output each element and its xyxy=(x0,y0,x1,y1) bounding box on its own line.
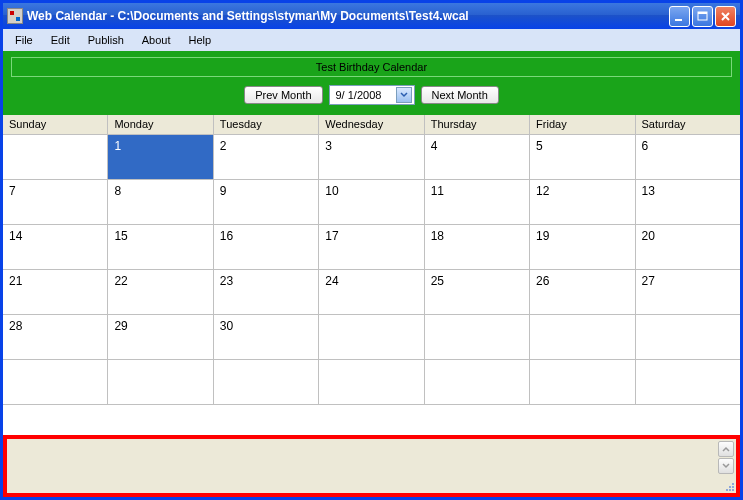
calendar-cell[interactable]: 18 xyxy=(425,225,530,270)
chevron-down-icon xyxy=(722,463,730,469)
header-tuesday[interactable]: Tuesday xyxy=(214,115,319,134)
calendar-cell[interactable]: 20 xyxy=(636,225,740,270)
calendar-cell[interactable]: 27 xyxy=(636,270,740,315)
svg-point-8 xyxy=(732,489,734,491)
calendar-cell[interactable]: 26 xyxy=(530,270,635,315)
calendar-cell[interactable]: 17 xyxy=(319,225,424,270)
scroll-down-button[interactable] xyxy=(718,458,734,474)
app-icon xyxy=(7,8,23,24)
calendar-cell[interactable] xyxy=(530,315,635,360)
calendar-cell[interactable]: 12 xyxy=(530,180,635,225)
svg-point-7 xyxy=(729,489,731,491)
menu-publish[interactable]: Publish xyxy=(80,32,132,48)
calendar-row: 123456 xyxy=(3,135,740,180)
calendar-cell[interactable] xyxy=(530,360,635,405)
toolbar-panel: Test Birthday Calendar Prev Month 9/ 1/2… xyxy=(3,51,740,115)
calendar-cell[interactable]: 10 xyxy=(319,180,424,225)
maximize-icon xyxy=(697,11,708,22)
calendar-row: 282930 xyxy=(3,315,740,360)
menu-file[interactable]: File xyxy=(7,32,41,48)
calendar-cell[interactable] xyxy=(636,315,740,360)
header-monday[interactable]: Monday xyxy=(108,115,213,134)
calendar-header-row: Sunday Monday Tuesday Wednesday Thursday… xyxy=(3,115,740,135)
calendar-row xyxy=(3,360,740,405)
calendar-cell[interactable]: 23 xyxy=(214,270,319,315)
window-controls xyxy=(669,6,736,27)
resize-grip-icon[interactable] xyxy=(722,479,736,493)
calendar-cell[interactable]: 7 xyxy=(3,180,108,225)
calendar-cell[interactable]: 14 xyxy=(3,225,108,270)
chevron-up-icon xyxy=(722,446,730,452)
calendar-cell[interactable] xyxy=(636,360,740,405)
calendar-grid: Sunday Monday Tuesday Wednesday Thursday… xyxy=(3,115,740,435)
calendar-cell[interactable]: 29 xyxy=(108,315,213,360)
calendar-title: Test Birthday Calendar xyxy=(11,57,732,77)
calendar-cell[interactable]: 2 xyxy=(214,135,319,180)
calendar-cell[interactable]: 8 xyxy=(108,180,213,225)
scroll-up-button[interactable] xyxy=(718,441,734,457)
menu-edit[interactable]: Edit xyxy=(43,32,78,48)
date-picker[interactable]: 9/ 1/2008 xyxy=(329,85,415,105)
app-window: Web Calendar - C:\Documents and Settings… xyxy=(0,0,743,500)
next-month-button[interactable]: Next Month xyxy=(421,86,499,104)
header-sunday[interactable]: Sunday xyxy=(3,115,108,134)
menu-help[interactable]: Help xyxy=(181,32,220,48)
svg-point-5 xyxy=(732,486,734,488)
calendar-cell[interactable]: 5 xyxy=(530,135,635,180)
date-picker-dropdown-button[interactable] xyxy=(396,87,412,103)
svg-rect-2 xyxy=(698,12,707,14)
calendar-cell[interactable]: 19 xyxy=(530,225,635,270)
menu-about[interactable]: About xyxy=(134,32,179,48)
calendar-cell[interactable]: 4 xyxy=(425,135,530,180)
window-title: Web Calendar - C:\Documents and Settings… xyxy=(27,9,669,23)
header-thursday[interactable]: Thursday xyxy=(425,115,530,134)
header-saturday[interactable]: Saturday xyxy=(636,115,740,134)
calendar-row: 78910111213 xyxy=(3,180,740,225)
calendar-cell[interactable] xyxy=(214,360,319,405)
calendar-cell[interactable]: 24 xyxy=(319,270,424,315)
calendar-cell[interactable]: 3 xyxy=(319,135,424,180)
calendar-cell[interactable] xyxy=(108,360,213,405)
scroll-buttons xyxy=(718,441,734,474)
date-picker-value: 9/ 1/2008 xyxy=(336,89,382,101)
minimize-icon xyxy=(674,11,685,22)
calendar-cell[interactable] xyxy=(425,360,530,405)
close-button[interactable] xyxy=(715,6,736,27)
calendar-cell[interactable]: 15 xyxy=(108,225,213,270)
calendar-cell[interactable] xyxy=(319,315,424,360)
maximize-button[interactable] xyxy=(692,6,713,27)
calendar-cell[interactable] xyxy=(319,360,424,405)
calendar-row: 14151617181920 xyxy=(3,225,740,270)
calendar-cell[interactable]: 16 xyxy=(214,225,319,270)
svg-rect-0 xyxy=(675,19,682,21)
prev-month-button[interactable]: Prev Month xyxy=(244,86,322,104)
close-icon xyxy=(720,11,731,22)
calendar-cell[interactable]: 30 xyxy=(214,315,319,360)
svg-point-4 xyxy=(729,486,731,488)
calendar-cell[interactable]: 21 xyxy=(3,270,108,315)
svg-point-6 xyxy=(726,489,728,491)
calendar-cell[interactable]: 11 xyxy=(425,180,530,225)
calendar-cell[interactable]: 1 xyxy=(108,135,213,180)
calendar-cell[interactable]: 6 xyxy=(636,135,740,180)
nav-row: Prev Month 9/ 1/2008 Next Month xyxy=(11,85,732,105)
calendar-cell[interactable]: 13 xyxy=(636,180,740,225)
titlebar[interactable]: Web Calendar - C:\Documents and Settings… xyxy=(3,3,740,29)
header-wednesday[interactable]: Wednesday xyxy=(319,115,424,134)
calendar-body: 1234567891011121314151617181920212223242… xyxy=(3,135,740,405)
calendar-cell[interactable] xyxy=(3,360,108,405)
chevron-down-icon xyxy=(400,92,408,98)
minimize-button[interactable] xyxy=(669,6,690,27)
calendar-cell[interactable]: 25 xyxy=(425,270,530,315)
calendar-cell[interactable] xyxy=(3,135,108,180)
menubar: File Edit Publish About Help xyxy=(3,29,740,51)
details-panel xyxy=(3,435,740,497)
calendar-row: 21222324252627 xyxy=(3,270,740,315)
calendar-cell[interactable] xyxy=(425,315,530,360)
calendar-cell[interactable]: 9 xyxy=(214,180,319,225)
header-friday[interactable]: Friday xyxy=(530,115,635,134)
calendar-cell[interactable]: 22 xyxy=(108,270,213,315)
calendar-cell[interactable]: 28 xyxy=(3,315,108,360)
svg-point-3 xyxy=(732,483,734,485)
